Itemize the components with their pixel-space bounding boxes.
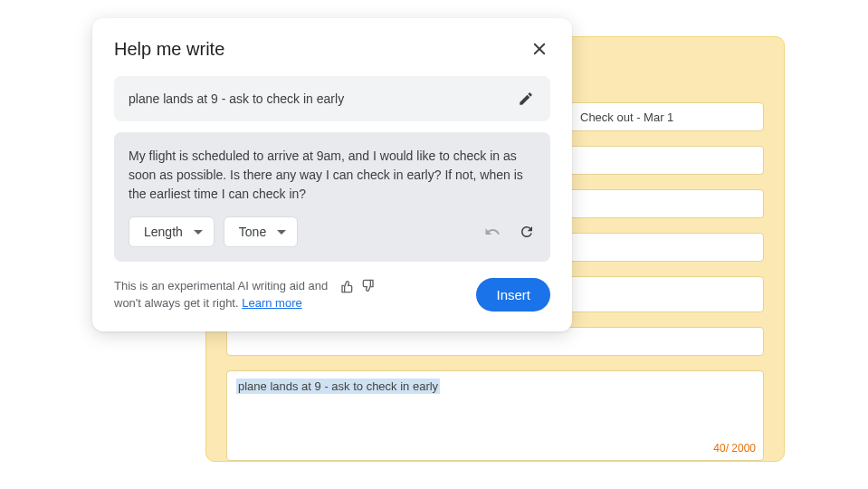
suggestion-text: My flight is scheduled to arrive at 9am,… bbox=[129, 147, 536, 204]
char-count: 40/ 2000 bbox=[713, 442, 756, 455]
undo-button[interactable] bbox=[483, 223, 501, 241]
modal-footer: This is an experimental AI writing aid a… bbox=[114, 278, 550, 312]
thumbs-up-button[interactable] bbox=[340, 279, 355, 293]
tone-label: Tone bbox=[239, 225, 266, 239]
prompt-box: plane lands at 9 - ask to check in early bbox=[114, 76, 550, 121]
chevron-down-icon bbox=[277, 230, 286, 235]
close-button[interactable] bbox=[529, 38, 550, 60]
checkout-label: Check out - Mar 1 bbox=[580, 110, 673, 124]
insert-button[interactable]: Insert bbox=[476, 278, 550, 312]
suggestion-box: My flight is scheduled to arrive at 9am,… bbox=[114, 132, 550, 262]
help-me-write-modal: Help me write plane lands at 9 - ask to … bbox=[92, 18, 572, 331]
disclaimer: This is an experimental AI writing aid a… bbox=[114, 278, 375, 311]
modal-title: Help me write bbox=[114, 39, 224, 60]
thumbs-down-button[interactable] bbox=[360, 279, 375, 293]
refresh-button[interactable] bbox=[518, 223, 536, 241]
thumbs-down-icon bbox=[360, 279, 375, 293]
edit-prompt-button[interactable] bbox=[516, 89, 536, 109]
disclaimer-text-2: won't always get it right. bbox=[114, 296, 239, 310]
tone-dropdown[interactable]: Tone bbox=[224, 216, 298, 247]
chevron-down-icon bbox=[194, 230, 203, 235]
length-dropdown[interactable]: Length bbox=[129, 216, 215, 247]
pencil-icon bbox=[518, 91, 534, 107]
prompt-text: plane lands at 9 - ask to check in early bbox=[129, 91, 344, 106]
textarea-content: plane lands at 9 - ask to check in early bbox=[236, 379, 440, 394]
modal-header: Help me write bbox=[114, 38, 550, 60]
message-textarea[interactable]: plane lands at 9 - ask to check in early… bbox=[226, 370, 764, 461]
disclaimer-text-1: This is an experimental AI writing aid a… bbox=[114, 278, 328, 294]
learn-more-link[interactable]: Learn more bbox=[242, 296, 301, 310]
length-label: Length bbox=[144, 225, 183, 239]
thumbs-up-icon bbox=[340, 279, 355, 293]
refresh-icon bbox=[519, 224, 535, 240]
close-icon bbox=[531, 41, 548, 57]
undo-icon bbox=[484, 224, 501, 240]
suggestion-controls: Length Tone bbox=[129, 216, 536, 247]
